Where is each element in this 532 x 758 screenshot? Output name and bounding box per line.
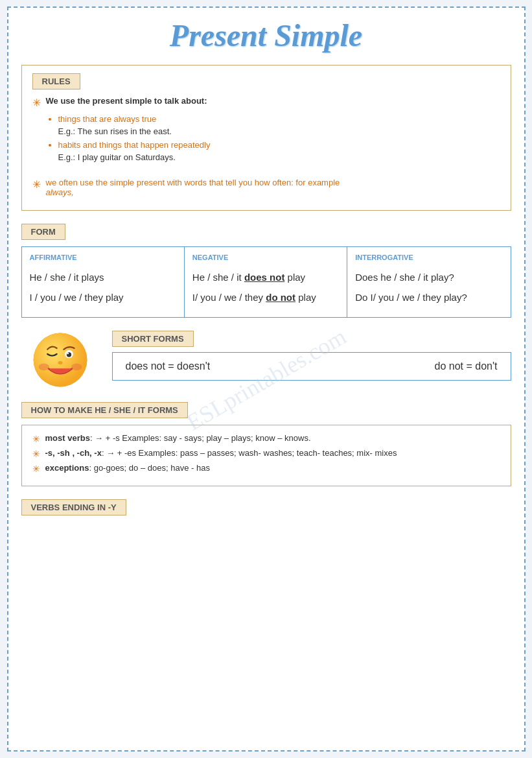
affirmative-col: AFFIRMATIVE He / she / it plays I / you … xyxy=(22,247,185,317)
form-section: FORM AFFIRMATIVE He / she / it plays I /… xyxy=(21,224,511,318)
bullet-list-2: habits and things that happen repeatedly xyxy=(58,140,500,150)
how-to-text-2: -s, -sh , -ch, -x: → + -es Examples: pas… xyxy=(45,448,397,458)
short-form-item-1: does not = doesn't xyxy=(126,361,211,372)
how-to-section: HOW TO MAKE HE / SHE / IT FORMS ✳ most v… xyxy=(21,402,511,486)
short-forms-content: does not = doesn't do not = don't xyxy=(112,352,511,381)
page: ESLprintables.com Present Simple RULES ✳… xyxy=(7,6,526,752)
how-to-item-3: ✳ exceptions: go-goes; do – does; have -… xyxy=(32,463,500,474)
how-to-item-1: ✳ most verbs: → + -s Examples: say - say… xyxy=(32,433,500,444)
bullet-item-2: habits and things that happen repeatedly xyxy=(58,140,500,150)
snowflake-icon-5: ✳ xyxy=(32,464,40,474)
affirmative-line-1: He / she / it plays xyxy=(30,270,176,284)
short-forms-box-wrapper: SHORT FORMS does not = doesn't do not = … xyxy=(112,331,511,381)
rule-intro: ✳ We use the present simple to talk abou… xyxy=(32,96,500,109)
interrogative-line-1: Does he / she / it play? xyxy=(355,270,502,284)
form-header: FORM xyxy=(21,224,65,240)
negative-col: NEGATIVE He / she / it does not play I/ … xyxy=(185,247,347,317)
emoji-face xyxy=(31,331,89,389)
affirmative-header: AFFIRMATIVE xyxy=(30,254,176,261)
example-2: E.g.: I play guitar on Saturdays. xyxy=(58,152,500,162)
svg-point-4 xyxy=(67,353,69,355)
form-grid: AFFIRMATIVE He / she / it plays I / you … xyxy=(21,246,511,318)
how-to-content: ✳ most verbs: → + -s Examples: say - say… xyxy=(21,425,511,486)
interrogative-col: INTERROGATIVE Does he / she / it play? D… xyxy=(347,247,510,317)
short-form-item-2: do not = don't xyxy=(435,361,498,372)
rules-header: RULES xyxy=(32,73,80,89)
rule-intro-text: We use the present simple to talk about: xyxy=(46,96,207,106)
how-to-item-2: ✳ -s, -sh , -ch, -x: → + -es Examples: p… xyxy=(32,448,500,459)
bullet-item-1: things that are always true xyxy=(58,114,500,124)
verbs-ending-section: VERBS ENDING IN -Y xyxy=(21,499,511,522)
how-to-text-1: most verbs: → + -s Examples: say - says;… xyxy=(45,433,311,443)
svg-point-7 xyxy=(71,363,82,370)
negative-line-1: He / she / it does not play xyxy=(192,270,339,284)
page-title: Present Simple xyxy=(21,18,511,53)
short-forms-header: SHORT FORMS xyxy=(112,331,194,347)
example-1: E.g.: The sun rises in the east. xyxy=(58,126,500,136)
bullet-list: things that are always true xyxy=(58,114,500,124)
rule-frequency: ✳ we often use the simple present with w… xyxy=(32,178,500,197)
how-to-text-3: exceptions: go-goes; do – does; have - h… xyxy=(45,463,210,473)
rules-section: RULES ✳ We use the present simple to tal… xyxy=(21,65,511,211)
snowflake-icon-2: ✳ xyxy=(32,178,41,191)
snowflake-icon-1: ✳ xyxy=(32,97,41,109)
affirmative-line-2: I / you / we / they play xyxy=(30,290,176,304)
interrogative-header: INTERROGATIVE xyxy=(355,254,502,261)
emoji-area xyxy=(21,331,99,389)
frequency-text: we often use the simple present with wor… xyxy=(46,178,340,197)
svg-point-6 xyxy=(38,363,49,370)
snowflake-icon-3: ✳ xyxy=(32,434,40,444)
frequency-example: always, xyxy=(46,187,74,197)
snowflake-icon-4: ✳ xyxy=(32,449,40,459)
svg-point-5 xyxy=(58,361,62,364)
interrogative-line-2: Do I/ you / we / they play? xyxy=(355,290,502,304)
svg-point-1 xyxy=(33,333,87,387)
short-forms-section: SHORT FORMS does not = doesn't do not = … xyxy=(21,331,511,389)
negative-line-2: I/ you / we / they do not play xyxy=(192,290,339,304)
how-to-header: HOW TO MAKE HE / SHE / IT FORMS xyxy=(21,402,188,418)
verbs-ending-header: VERBS ENDING IN -Y xyxy=(21,499,126,515)
negative-header: NEGATIVE xyxy=(192,254,339,261)
